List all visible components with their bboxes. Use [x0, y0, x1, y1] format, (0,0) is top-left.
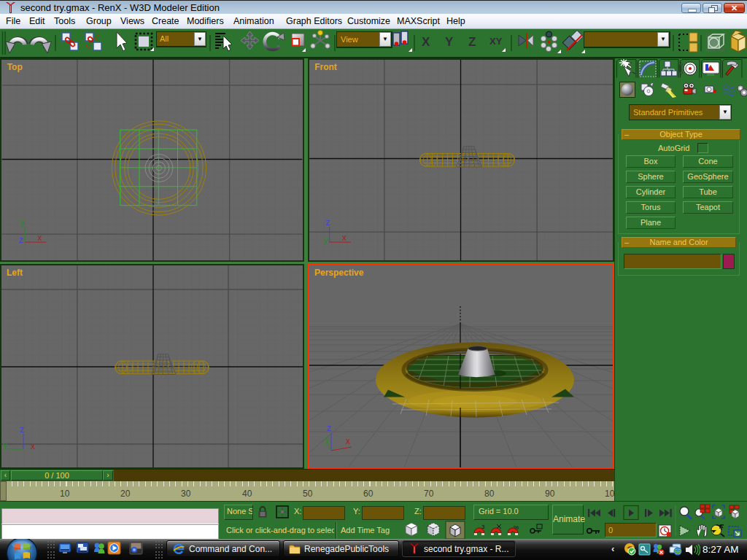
svg-text:z: z	[20, 424, 24, 435]
svg-text:y: y	[3, 440, 7, 450]
svg-text:X: X	[422, 35, 430, 49]
svg-text:x: x	[346, 436, 350, 446]
svg-text:Top: Top	[7, 62, 23, 72]
svg-text:y: y	[323, 235, 328, 245]
svg-text:Y: Y	[445, 35, 454, 49]
svg-text:z: z	[19, 235, 23, 245]
svg-text:x: x	[38, 233, 42, 243]
svg-text:3: 3	[481, 524, 485, 530]
svg-text:%: %	[514, 524, 519, 531]
svg-text:z: z	[325, 217, 330, 228]
svg-text:Front: Front	[314, 62, 337, 72]
svg-text:Z: Z	[468, 35, 476, 49]
svg-text:x: x	[342, 233, 347, 243]
svg-text:y: y	[20, 217, 25, 228]
svg-text:x: x	[31, 441, 35, 451]
svg-text:Perspective: Perspective	[314, 268, 364, 278]
svg-text:XY: XY	[489, 36, 503, 47]
svg-text:Left: Left	[7, 268, 23, 278]
svg-text:z: z	[327, 423, 331, 433]
